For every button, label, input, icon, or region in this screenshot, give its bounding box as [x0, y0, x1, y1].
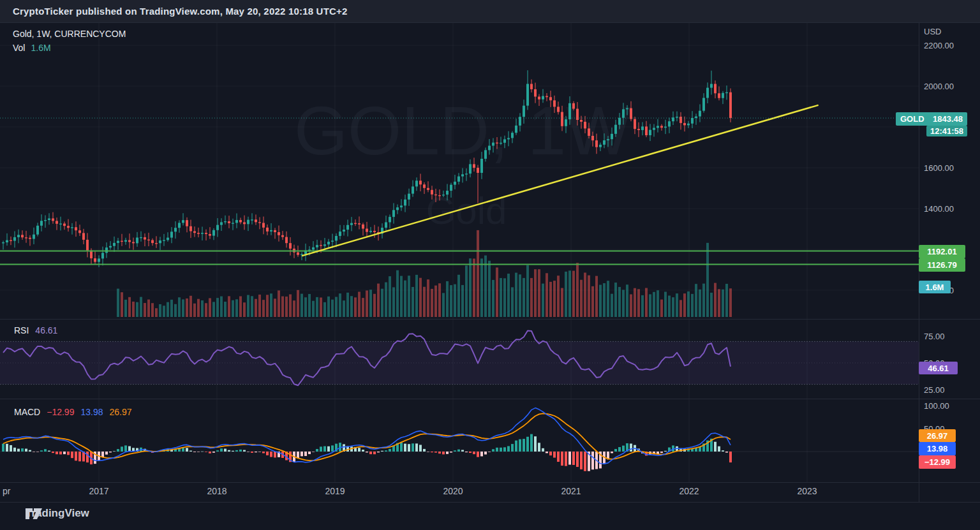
- badges-layer: GOLD 1843.48 12:41:58 1192.01 1126.79 1.…: [0, 0, 980, 530]
- macd-signal-badge: 26.97: [919, 429, 956, 442]
- rsi-value: 46.61: [35, 325, 57, 335]
- macd-signal-value: 26.97: [110, 407, 132, 417]
- bar-countdown-badge: 12:41:58: [926, 126, 967, 136]
- rsi-value-badge: 46.61: [919, 362, 958, 374]
- tradingview-branding[interactable]: TradingView: [26, 507, 89, 520]
- macd-hist-value: −12.99: [47, 407, 74, 417]
- tradingview-logo-icon: [26, 507, 43, 520]
- macd-hist-badge: −12.99: [919, 455, 956, 469]
- volume-legend-row[interactable]: Vol 1.6M: [13, 43, 126, 53]
- macd-label: MACD: [14, 407, 40, 417]
- last-price-value: 1843.48: [933, 115, 963, 123]
- rsi-legend[interactable]: RSI 46.61: [14, 325, 57, 335]
- main-legend: Gold, 1W, CURRENCYCOM Vol 1.6M: [13, 29, 126, 53]
- hline-price-badge-1126: 1126.79: [919, 258, 965, 272]
- macd-legend[interactable]: MACD −12.99 13.98 26.97: [14, 407, 132, 417]
- volume-value-badge: 1.6M: [919, 281, 951, 293]
- macd-line-badge: 13.98: [919, 442, 956, 455]
- symbol-title[interactable]: Gold, 1W, CURRENCYCOM: [13, 29, 126, 39]
- tradingview-published-chart: CryptoTicker published on TradingView.co…: [0, 0, 980, 530]
- macd-line-value: 13.98: [80, 407, 103, 417]
- volume-value: 1.6M: [31, 43, 50, 53]
- rsi-label: RSI: [14, 325, 29, 335]
- last-price-badge: GOLD 1843.48: [896, 112, 967, 126]
- hline-price-badge-1192: 1192.01: [919, 245, 965, 258]
- ticker-label: GOLD: [900, 115, 924, 123]
- volume-label: Vol: [13, 43, 25, 53]
